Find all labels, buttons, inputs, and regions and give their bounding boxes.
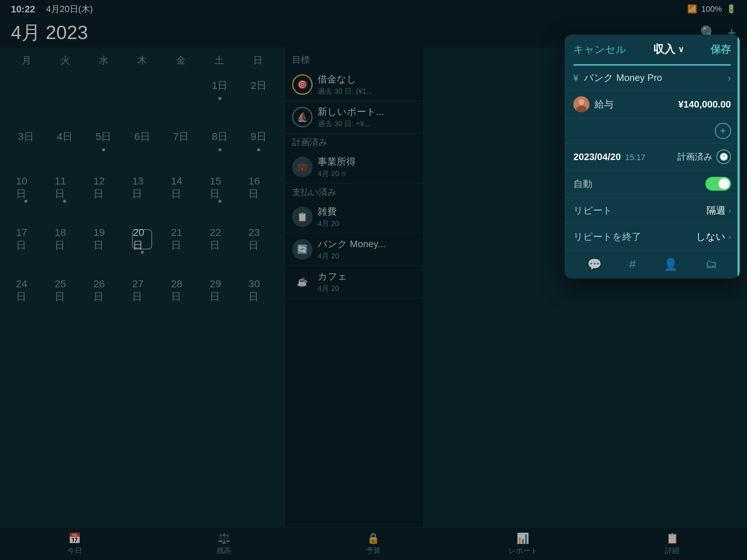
comment-icon[interactable]: 💬 — [587, 257, 602, 271]
repeat-end-label: リピートを終了 — [573, 230, 641, 243]
modal-accent-bar — [738, 35, 740, 279]
repeat-value: 隔週 › — [707, 204, 731, 217]
person-icon[interactable]: 👤 — [663, 257, 678, 271]
modal-title-text: 収入 — [653, 42, 675, 57]
avatar — [573, 96, 589, 112]
clock-icon[interactable]: 🕐 — [716, 149, 731, 164]
time-value: 15:17 — [625, 153, 645, 162]
svg-point-1 — [578, 99, 584, 105]
planned-badge: 計画済み — [677, 151, 713, 163]
date-left: 2023/04/20 15:17 — [573, 151, 645, 163]
salary-row: 給与 ¥140,000.00 — [565, 90, 740, 118]
repeat-row[interactable]: リピート 隔週 › — [565, 198, 740, 224]
auto-row: 自動 — [565, 170, 740, 198]
cancel-button[interactable]: キャンセル — [573, 43, 626, 57]
modal-title: 収入 ∨ — [653, 42, 684, 57]
salary-amount: ¥140,000.00 — [678, 99, 731, 110]
plus-icon: + — [720, 125, 726, 137]
date-row[interactable]: 2023/04/20 15:17 計画済み 🕐 — [565, 144, 740, 170]
repeat-label: リピート — [573, 204, 612, 217]
repeat-end-value: しない › — [696, 230, 731, 243]
modal-header: キャンセル 収入 ∨ 保存 — [565, 35, 740, 64]
add-row: + — [565, 118, 740, 144]
date-value: 2023/04/20 — [573, 151, 621, 163]
transaction-modal: キャンセル 収入 ∨ 保存 ¥ バンク Money Pro › 給与 ¥140,… — [565, 35, 740, 279]
date-right: 計画済み 🕐 — [677, 149, 731, 164]
account-row[interactable]: ¥ バンク Money Pro › — [565, 66, 740, 90]
bottom-icons-row: 💬 # 👤 🗂 — [565, 250, 740, 279]
account-name: バンク Money Pro — [584, 71, 662, 84]
save-button[interactable]: 保存 — [711, 43, 731, 57]
auto-toggle[interactable] — [705, 177, 731, 191]
auto-label: 自動 — [573, 178, 592, 190]
repeat-end-row[interactable]: リピートを終了 しない › — [565, 224, 740, 250]
yen-symbol: ¥ — [573, 73, 578, 83]
hash-icon[interactable]: # — [629, 257, 636, 271]
attach-icon[interactable]: 🗂 — [705, 257, 717, 271]
account-chevron-icon: › — [728, 72, 731, 84]
chevron-right-icon: › — [728, 233, 731, 241]
add-button[interactable]: + — [715, 123, 731, 139]
chevron-right-icon: › — [728, 206, 731, 215]
chevron-down-icon[interactable]: ∨ — [678, 45, 684, 54]
salary-label: 給与 — [595, 98, 673, 111]
